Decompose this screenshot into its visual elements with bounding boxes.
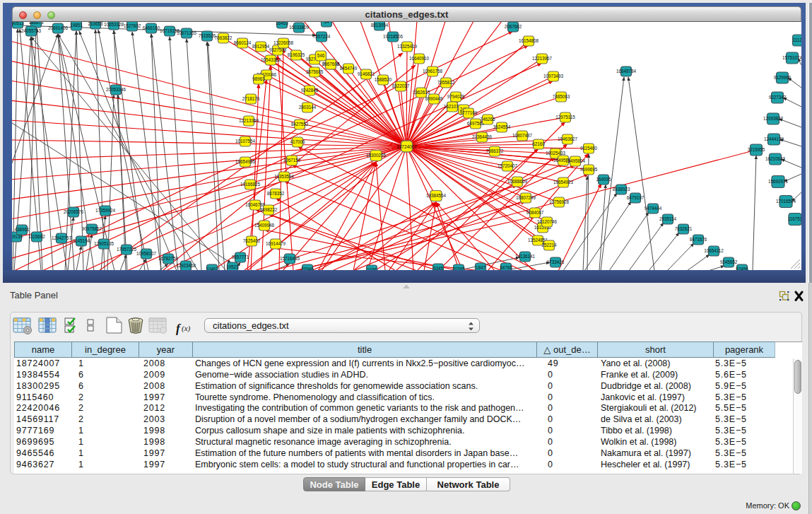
svg-text:7485063: 7485063 <box>553 94 570 99</box>
svg-text:10653328: 10653328 <box>104 22 124 27</box>
svg-text:20691406: 20691406 <box>48 25 69 30</box>
svg-text:1733426: 1733426 <box>547 259 565 264</box>
svg-text:16453: 16453 <box>276 22 288 25</box>
svg-text:746266: 746266 <box>480 117 495 122</box>
svg-text:12444139: 12444139 <box>764 136 784 141</box>
svg-text:6479197: 6479197 <box>627 195 645 200</box>
svg-text:8990448: 8990448 <box>425 96 443 101</box>
svg-text:10654112: 10654112 <box>704 248 724 253</box>
svg-text:9115460: 9115460 <box>580 146 598 151</box>
svg-text:546: 546 <box>317 53 325 58</box>
svg-text:8660124: 8660124 <box>234 40 252 45</box>
svg-text:15720407: 15720407 <box>498 163 518 168</box>
svg-text:8678352: 8678352 <box>267 191 285 196</box>
svg-text:9129966: 9129966 <box>774 75 792 80</box>
svg-text:10756928: 10756928 <box>549 199 570 204</box>
svg-text:10671355: 10671355 <box>177 30 197 35</box>
svg-text:90975867: 90975867 <box>82 226 102 231</box>
svg-text:2087682: 2087682 <box>505 24 522 29</box>
svg-text:19851: 19851 <box>70 23 83 28</box>
svg-text:62160: 62160 <box>532 141 545 146</box>
svg-text:12905135: 12905135 <box>94 241 114 246</box>
svg-text:417006: 417006 <box>290 139 305 144</box>
svg-text:92456: 92456 <box>736 267 748 270</box>
svg-text:18724007: 18724007 <box>396 144 417 149</box>
svg-text:1115682: 1115682 <box>28 234 45 239</box>
svg-text:10688609: 10688609 <box>507 179 528 184</box>
svg-text:9857771: 9857771 <box>232 255 249 259</box>
svg-text:252214: 252214 <box>541 243 557 247</box>
svg-text:16046788: 16046788 <box>245 202 266 207</box>
svg-text:9794028: 9794028 <box>447 94 465 99</box>
svg-text:3267150: 3267150 <box>283 158 301 163</box>
svg-text:7625402: 7625402 <box>243 238 261 243</box>
svg-text:17016504: 17016504 <box>776 199 796 204</box>
svg-text:16640910: 16640910 <box>409 56 430 61</box>
svg-text:17957225: 17957225 <box>117 247 137 252</box>
svg-text:16543362: 16543362 <box>261 57 281 62</box>
svg-text:1847: 1847 <box>476 265 486 270</box>
svg-text:7515526: 7515526 <box>199 33 216 38</box>
svg-text:84766: 84766 <box>500 265 512 270</box>
svg-text:10973493: 10973493 <box>543 74 564 78</box>
svg-text:8498222: 8498222 <box>260 207 278 212</box>
svg-text:2867608: 2867608 <box>322 62 340 66</box>
svg-text:19384554: 19384554 <box>426 193 447 198</box>
svg-text:186673: 186673 <box>28 22 44 25</box>
svg-text:10025433: 10025433 <box>546 151 566 156</box>
svg-text:8427552: 8427552 <box>291 122 309 127</box>
svg-text:9699695: 9699695 <box>580 167 598 172</box>
svg-text:6466160: 6466160 <box>143 25 160 30</box>
svg-text:7357224: 7357224 <box>313 34 331 39</box>
svg-text:19463627: 19463627 <box>558 136 578 141</box>
svg-text:15409948: 15409948 <box>254 223 275 228</box>
svg-text:7632621: 7632621 <box>675 226 693 231</box>
svg-text:10462: 10462 <box>206 267 218 270</box>
svg-text:17359924: 17359924 <box>95 208 116 213</box>
svg-text:(x): (x) <box>182 324 191 333</box>
svg-text:9777169: 9777169 <box>460 110 478 115</box>
svg-text:20395: 20395 <box>452 267 465 270</box>
svg-text:7986372: 7986372 <box>486 148 504 153</box>
svg-text:13226058: 13226058 <box>273 40 294 45</box>
svg-text:8454749: 8454749 <box>340 66 358 71</box>
svg-text:12093822: 12093822 <box>763 116 784 121</box>
svg-text:98963: 98963 <box>252 76 265 81</box>
svg-text:16033809: 16033809 <box>289 25 310 30</box>
svg-text:15716485: 15716485 <box>280 256 300 261</box>
svg-text:15751074: 15751074 <box>782 55 801 60</box>
svg-text:12942757: 12942757 <box>52 235 72 240</box>
svg-text:12975115: 12975115 <box>555 115 575 119</box>
svg-text:1588520: 1588520 <box>375 77 392 82</box>
svg-text:9245652: 9245652 <box>720 259 738 264</box>
svg-text:15692971: 15692971 <box>768 179 789 184</box>
svg-text:1362615: 1362615 <box>413 90 430 95</box>
svg-text:164095: 164095 <box>596 177 611 182</box>
svg-text:438961: 438961 <box>14 227 30 232</box>
svg-text:18807249: 18807249 <box>516 195 536 200</box>
svg-text:9474444: 9474444 <box>645 206 662 211</box>
svg-text:16210643: 16210643 <box>765 156 786 161</box>
svg-text:24055713: 24055713 <box>21 28 42 33</box>
svg-text:2718176: 2718176 <box>242 96 260 101</box>
svg-text:16914479: 16914479 <box>266 241 286 246</box>
svg-text:2803144: 2803144 <box>299 105 317 110</box>
svg-text:10958107: 10958107 <box>136 251 157 256</box>
svg-text:9146821: 9146821 <box>358 71 375 76</box>
svg-text:19218506: 19218506 <box>383 34 404 39</box>
svg-text:116753: 116753 <box>788 216 801 221</box>
svg-text:8813054: 8813054 <box>371 23 389 28</box>
svg-text:1527602: 1527602 <box>124 23 141 28</box>
svg-text:16120746: 16120746 <box>537 219 558 224</box>
svg-text:12213369: 12213369 <box>239 118 259 123</box>
svg-text:14136141: 14136141 <box>515 254 536 259</box>
svg-text:16154808: 16154808 <box>519 38 539 43</box>
svg-text:210653: 210653 <box>88 22 103 26</box>
svg-text:20206576: 20206576 <box>64 209 84 214</box>
svg-text:10807487: 10807487 <box>512 133 533 138</box>
svg-text:11353594: 11353594 <box>274 174 294 179</box>
svg-text:7955812: 7955812 <box>437 80 455 85</box>
svg-text:12923468: 12923468 <box>176 263 196 268</box>
svg-text:2935114: 2935114 <box>659 216 677 221</box>
svg-text:20053346: 20053346 <box>106 87 126 92</box>
